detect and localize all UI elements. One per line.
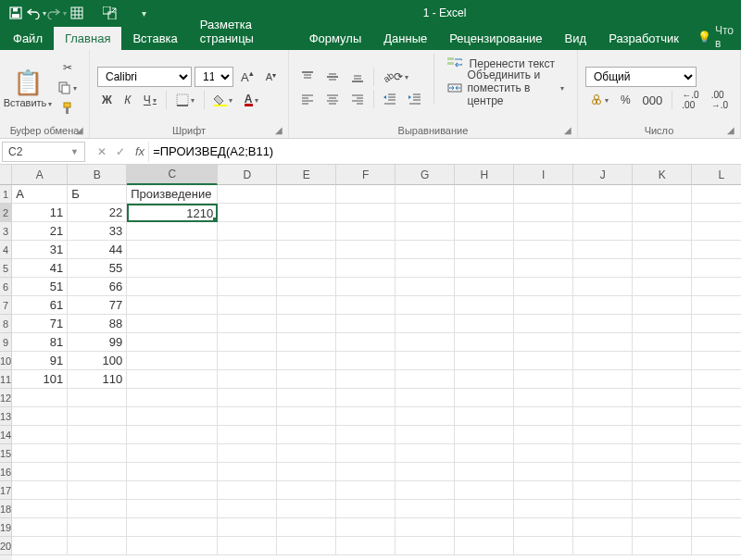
column-header-A[interactable]: A (12, 165, 68, 185)
increase-decimal-button[interactable]: ←.0.00 (677, 91, 703, 109)
cell[interactable] (396, 259, 455, 278)
cell[interactable] (692, 518, 741, 537)
cell[interactable] (455, 185, 514, 204)
cell[interactable] (514, 241, 573, 259)
cell[interactable] (633, 222, 692, 241)
cell[interactable] (68, 407, 127, 426)
align-top-button[interactable] (296, 68, 319, 86)
row-header[interactable]: 9 (0, 333, 12, 352)
cell[interactable]: 110 (68, 370, 127, 389)
cell[interactable] (573, 259, 633, 278)
cell[interactable] (633, 463, 692, 481)
cell[interactable] (396, 500, 455, 518)
bold-button[interactable]: Ж (97, 91, 117, 109)
cell[interactable] (573, 463, 633, 481)
cell[interactable] (12, 537, 68, 555)
cell[interactable] (218, 278, 277, 296)
cell[interactable] (218, 444, 277, 463)
cell[interactable] (277, 444, 336, 463)
row-header[interactable]: 20 (0, 537, 12, 555)
cell[interactable] (573, 315, 633, 333)
cell[interactable] (692, 222, 741, 241)
cell[interactable] (127, 537, 218, 555)
tab-review[interactable]: Рецензирование (438, 27, 553, 50)
cell[interactable] (455, 463, 514, 481)
cell[interactable] (455, 241, 514, 259)
row-header[interactable]: 6 (0, 278, 12, 296)
qat-grid-icon[interactable] (67, 3, 87, 23)
cell[interactable] (455, 537, 514, 555)
align-center-button[interactable] (321, 90, 344, 108)
increase-font-button[interactable]: A▴ (236, 68, 258, 86)
cell[interactable] (692, 241, 741, 259)
cell[interactable] (692, 352, 741, 370)
cell[interactable] (633, 315, 692, 333)
column-header-F[interactable]: F (336, 165, 396, 185)
cell[interactable]: 51 (12, 278, 68, 296)
cell[interactable] (277, 278, 336, 296)
cell[interactable] (455, 370, 514, 389)
cell[interactable] (68, 463, 127, 481)
cell[interactable] (455, 481, 514, 500)
cell[interactable] (218, 333, 277, 352)
cell[interactable]: 31 (12, 241, 68, 259)
align-left-button[interactable] (296, 90, 319, 108)
row-header[interactable]: 13 (0, 407, 12, 426)
cell[interactable] (455, 333, 514, 352)
cell[interactable] (396, 481, 455, 500)
cell[interactable] (396, 185, 455, 204)
cell[interactable] (455, 204, 514, 222)
cell[interactable] (514, 259, 573, 278)
underline-button[interactable]: Ч▾ (139, 91, 161, 109)
cell[interactable] (633, 389, 692, 407)
borders-button[interactable]: ▾ (171, 91, 199, 109)
qat-customize-icon[interactable]: ▾ (133, 3, 154, 23)
cell[interactable] (573, 278, 633, 296)
cell[interactable] (692, 407, 741, 426)
cell[interactable] (127, 315, 218, 333)
cell[interactable] (396, 463, 455, 481)
cell[interactable] (336, 463, 396, 481)
decrease-indent-button[interactable] (379, 90, 401, 108)
tab-page-layout[interactable]: Разметка страницы (189, 13, 298, 50)
cell[interactable] (633, 241, 692, 259)
cell[interactable] (277, 481, 336, 500)
format-painter-button[interactable] (54, 99, 82, 118)
cell[interactable] (12, 463, 68, 481)
redo-icon[interactable]: ▾ (46, 3, 67, 23)
cell[interactable] (127, 241, 218, 259)
save-icon[interactable] (6, 3, 26, 23)
cell[interactable] (514, 333, 573, 352)
cell[interactable] (218, 315, 277, 333)
cell[interactable] (127, 481, 218, 500)
cell[interactable] (633, 185, 692, 204)
cell[interactable] (12, 481, 68, 500)
cell[interactable]: 22 (68, 204, 127, 222)
cell[interactable] (336, 370, 396, 389)
cell[interactable]: А (12, 185, 68, 204)
cell[interactable] (692, 370, 741, 389)
cell[interactable] (336, 481, 396, 500)
cell[interactable] (514, 407, 573, 426)
cell[interactable] (514, 222, 573, 241)
cell[interactable] (396, 444, 455, 463)
row-header[interactable]: 18 (0, 500, 12, 518)
cell[interactable] (12, 389, 68, 407)
cell[interactable] (692, 389, 741, 407)
cell[interactable] (336, 333, 396, 352)
formula-input[interactable] (148, 142, 741, 162)
cell[interactable] (573, 222, 633, 241)
row-header[interactable]: 15 (0, 444, 12, 463)
cell[interactable] (692, 259, 741, 278)
cell[interactable] (396, 333, 455, 352)
align-middle-button[interactable] (321, 68, 344, 86)
cancel-formula-icon[interactable]: ✕ (94, 145, 109, 158)
cell[interactable] (127, 278, 218, 296)
cell[interactable] (396, 537, 455, 555)
cell[interactable] (127, 370, 218, 389)
cell[interactable] (218, 537, 277, 555)
tab-insert[interactable]: Вставка (121, 27, 188, 50)
accounting-format-button[interactable]: ▾ (585, 91, 613, 109)
cell[interactable] (573, 389, 633, 407)
cell[interactable] (633, 444, 692, 463)
